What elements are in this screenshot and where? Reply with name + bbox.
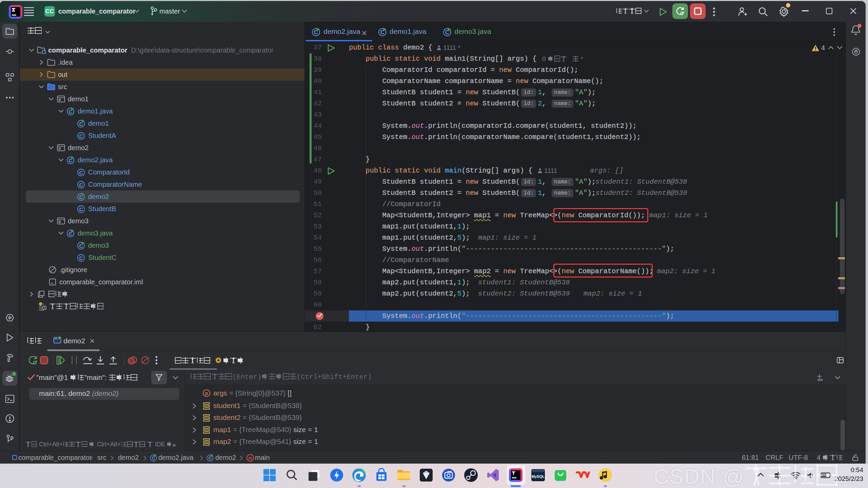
svg-text:C: C bbox=[79, 133, 83, 139]
svg-text:C: C bbox=[79, 170, 83, 176]
svg-text:p: p bbox=[205, 390, 208, 396]
svg-text:C: C bbox=[79, 206, 83, 212]
svg-text:m: m bbox=[248, 455, 252, 461]
svg-text:MySQL: MySQL bbox=[532, 474, 545, 479]
svg-text:C: C bbox=[79, 182, 83, 188]
svg-text:C: C bbox=[79, 255, 83, 261]
